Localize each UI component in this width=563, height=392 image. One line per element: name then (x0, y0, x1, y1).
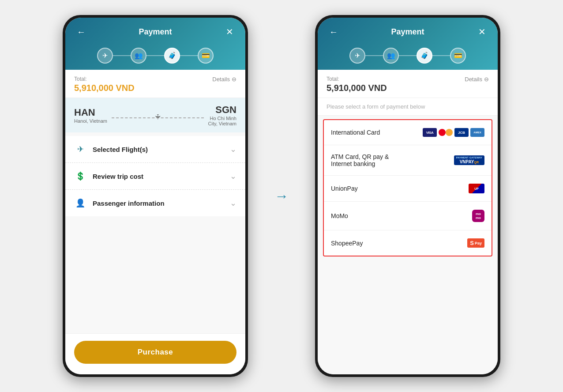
left-header-title: Payment (139, 27, 172, 37)
left-origin-code: HAN (74, 107, 107, 118)
right-arrow-icon: → (274, 188, 289, 204)
left-flight-arrow: ✈ (107, 113, 208, 118)
payment-option-international[interactable]: International Card VISA JCB AMEX (324, 120, 492, 145)
chevron-down-icon-3: ⌄ (230, 198, 236, 208)
left-origin: HAN Hanoi, Vietnam (74, 107, 107, 124)
jcb-icon: JCB (454, 128, 469, 137)
right-header: ← Payment ✕ ✈ 👥 🧳 💳 (318, 18, 498, 70)
left-details-link[interactable]: Details ⊖ (212, 76, 236, 83)
vnpay-icon: PAYMENT GATEWAY VNPAYQR (454, 155, 484, 165)
unionpay-icons: UP (469, 184, 484, 193)
amex-icon: AMEX (470, 128, 484, 137)
right-content: Total: 5,910,000 VND Details ⊖ Please se… (318, 70, 498, 374)
left-close-button[interactable]: ✕ (222, 25, 236, 39)
left-menu-list: ✈ Selected Flight(s) ⌄ 💲 Review trip cos… (65, 136, 245, 216)
right-step-2: 👥 (383, 48, 399, 64)
payment-options-list: International Card VISA JCB AMEX ATM Car… (323, 119, 492, 256)
chevron-down-icon-2: ⌄ (230, 171, 236, 181)
right-step-3: 🧳 (417, 48, 432, 64)
menu-cost-label: Review trip cost (93, 173, 230, 180)
shopee-icon: S Pay (467, 238, 484, 248)
right-phone: ← Payment ✕ ✈ 👥 🧳 💳 Total: (315, 15, 500, 377)
right-close-button[interactable]: ✕ (475, 25, 489, 39)
left-destination: SGN Ho Chi MinhCity, Vietnam (208, 104, 236, 126)
chevron-down-icon: ⌄ (230, 144, 236, 154)
passenger-icon: 👤 (74, 197, 86, 209)
left-flight-info: HAN Hanoi, Vietnam ✈ SGN Ho Chi MinhCity… (65, 98, 245, 132)
left-header: ← Payment ✕ ✈ 👥 🧳 💳 (65, 18, 245, 70)
left-progress-steps: ✈ 👥 🧳 💳 (74, 44, 236, 70)
left-content: Total: 5,910,000 VND Details ⊖ HAN Hanoi… (65, 70, 245, 333)
step-1: ✈ (97, 48, 113, 64)
right-progress-steps: ✈ 👥 🧳 💳 (327, 44, 489, 70)
payment-select-message: Please select a form of payment below (318, 98, 498, 116)
international-card-icons: VISA JCB AMEX (423, 128, 484, 137)
shopee-label: ShopeePay (331, 240, 363, 247)
momo-icon: momo (472, 210, 484, 222)
step-2: 👥 (131, 48, 146, 64)
step-4: 💳 (198, 48, 214, 64)
unionpay-icon: UP (469, 184, 484, 193)
momo-label: MoMo (331, 212, 348, 219)
right-back-button[interactable]: ← (327, 25, 341, 39)
left-dest-code: SGN (208, 104, 236, 116)
atm-card-label: ATM Card, QR pay &Internet banking (331, 153, 389, 167)
left-origin-city: Hanoi, Vietnam (74, 118, 107, 124)
momo-icons: momo (472, 210, 484, 222)
step-3: 🧳 (164, 48, 180, 64)
left-phone: ← Payment ✕ ✈ 👥 🧳 💳 Total: (63, 15, 248, 377)
menu-flight-label: Selected Flight(s) (93, 146, 230, 153)
left-total-amount: 5,910,000 VND (74, 83, 236, 93)
flight-icon: ✈ (74, 143, 86, 155)
right-total-amount: 5,910,000 VND (327, 83, 489, 93)
payment-option-shopee[interactable]: ShopeePay S Pay (324, 230, 492, 256)
menu-passenger-label: Passenger information (93, 200, 230, 207)
left-total-section: Total: 5,910,000 VND Details ⊖ (65, 70, 245, 98)
shopee-icons: S Pay (467, 238, 484, 248)
right-step-4: 💳 (450, 48, 466, 64)
international-card-label: International Card (331, 129, 380, 136)
left-dest-city: Ho Chi MinhCity, Vietnam (208, 116, 236, 126)
payment-option-unionpay[interactable]: UnionPay UP (324, 176, 492, 202)
payment-option-momo[interactable]: MoMo momo (324, 202, 492, 230)
cost-icon: 💲 (74, 170, 86, 182)
left-purchase-bar: Purchase (65, 333, 245, 374)
right-details-link[interactable]: Details ⊖ (465, 76, 489, 83)
purchase-button[interactable]: Purchase (74, 341, 236, 364)
mastercard-icon (439, 128, 453, 137)
visa-icon: VISA (423, 128, 437, 137)
right-total-section: Total: 5,910,000 VND Details ⊖ (318, 70, 498, 98)
menu-item-cost[interactable]: 💲 Review trip cost ⌄ (65, 163, 245, 190)
arrow-connector: → (274, 188, 289, 204)
unionpay-label: UnionPay (331, 185, 358, 192)
right-header-title: Payment (391, 27, 424, 37)
menu-item-passenger[interactable]: 👤 Passenger information ⌄ (65, 190, 245, 216)
vnpay-icons: PAYMENT GATEWAY VNPAYQR (454, 155, 484, 165)
menu-item-flight[interactable]: ✈ Selected Flight(s) ⌄ (65, 136, 245, 163)
left-back-button[interactable]: ← (74, 25, 88, 39)
right-step-1: ✈ (349, 48, 365, 64)
payment-option-vnpay[interactable]: ATM Card, QR pay &Internet banking PAYME… (324, 145, 492, 176)
